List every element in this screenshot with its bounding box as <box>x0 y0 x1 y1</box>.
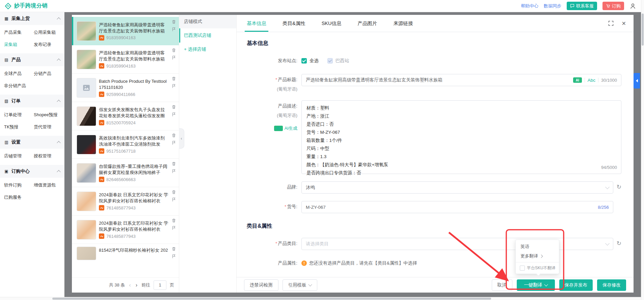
brand-select[interactable]: 沐鸣 <box>301 181 613 194</box>
supplier-1688-icon <box>99 92 104 97</box>
tab-source-link[interactable]: 来源链接 <box>394 15 413 32</box>
flag-icon[interactable] <box>171 197 176 202</box>
sidebar-item-shopee-forecast[interactable]: Shopee预报 <box>34 109 64 121</box>
menu-item-more-translate[interactable]: 更多翻译 <box>516 251 559 261</box>
required-asterisk: * <box>275 77 277 82</box>
delete-icon[interactable] <box>171 247 176 251</box>
select-store-button[interactable]: + 选择店铺 <box>179 43 236 56</box>
title-char-counter: 30/1000 <box>601 78 617 83</box>
cancel-button[interactable]: 取消 <box>492 279 512 291</box>
refresh-category-icon[interactable]: ↻ <box>617 238 621 249</box>
delete-icon[interactable] <box>171 76 176 81</box>
flag-icon[interactable] <box>171 112 176 117</box>
horizontal-scrollbar[interactable] <box>0 297 641 300</box>
next-page-button[interactable]: › <box>135 282 138 288</box>
ai-generate-button[interactable]: AI AI生成 <box>247 123 297 134</box>
delete-icon[interactable] <box>171 20 176 24</box>
page-number-input[interactable]: 1 <box>154 280 166 290</box>
delete-icon[interactable] <box>171 133 176 138</box>
delete-icon[interactable] <box>171 190 176 195</box>
refresh-brand-icon[interactable]: ↻ <box>617 181 621 193</box>
brazil-site-checkbox[interactable] <box>327 58 333 64</box>
sidebar-item-order-processing[interactable]: 订单处理 <box>4 109 34 121</box>
collapse-product-list-handle[interactable]: ‹ <box>179 128 184 149</box>
sidebar-item-global-products[interactable]: 全球产品 <box>4 68 34 80</box>
sku-no-translate-checkbox[interactable] <box>520 266 525 271</box>
forbidden-word-check-button[interactable]: 违禁词检测 <box>244 279 278 291</box>
delete-icon[interactable] <box>171 105 176 109</box>
select-all-checkbox[interactable] <box>301 58 307 64</box>
product-desc-textarea[interactable]: 材质：塑料 产地：浙江 是否进口：否 货号：M-ZY-067 箱装数量：1个/件… <box>301 100 621 174</box>
flag-icon[interactable] <box>171 226 176 230</box>
product-card[interactable]: 81542洋气印花棉纱长袖衬衫女 202 <box>72 244 179 272</box>
product-card[interactable]: 自留爆款推荐~重工撞色绣花格子阔腿裤女夏宽松显瘦休闲拖地裤子 826465606… <box>72 159 179 187</box>
sidebar-item-distribution-products[interactable]: 分销产品 <box>34 68 64 80</box>
tab-sku-info[interactable]: SKU信息 <box>322 15 342 32</box>
one-click-translate-button[interactable]: 一键翻译 <box>517 279 555 291</box>
save-edit-button[interactable]: 保存修改 <box>597 279 626 291</box>
fullscreen-icon[interactable] <box>608 21 614 26</box>
tab-product-images[interactable]: 产品图片 <box>358 15 377 32</box>
sidebar-item-value-resource-pack[interactable]: 增值资源包 <box>34 179 64 191</box>
sidebar-item-product-collect[interactable]: 产品采集 <box>4 26 34 39</box>
sidebar-item-auth-management[interactable]: 授权管理 <box>34 150 64 162</box>
delete-icon[interactable] <box>171 48 176 53</box>
ai-badge-icon: AI <box>274 126 283 131</box>
sidebar-section-orders[interactable]: ▧ 订单 <box>0 95 64 107</box>
brazil-site-checkbox-row[interactable]: 巴西站 <box>327 55 349 67</box>
tab-category-attributes[interactable]: 类目&属性 <box>283 15 305 32</box>
help-center-link[interactable]: 帮助中心 <box>521 3 538 9</box>
scrollbar-thumb[interactable] <box>642 14 644 46</box>
sidebar-item-publish-record[interactable]: 发布记录 <box>34 39 64 51</box>
close-icon[interactable]: ✕ <box>622 20 626 27</box>
right-collapse-tab[interactable] <box>634 73 640 89</box>
select-all-checkbox-row[interactable]: 全选 <box>301 55 319 67</box>
flag-icon[interactable] <box>171 141 176 145</box>
flag-icon[interactable] <box>171 254 176 259</box>
sidebar-item-purchased-services[interactable]: 已购服务 <box>4 191 34 203</box>
product-title-input[interactable]: 严选轻奢鱼缸家用高级带盖透明客厅造景生态缸玄关装饰塑料水族箱 AI Abc 30… <box>301 74 621 86</box>
flag-icon[interactable] <box>171 84 176 89</box>
save-and-publish-button[interactable]: 保存并发布 <box>559 279 593 291</box>
product-card[interactable]: Batch Produce Product By Testtool 175110… <box>72 74 179 102</box>
use-template-button[interactable]: 引用模板 <box>283 279 317 291</box>
sku-no-translate-checkbox-row[interactable]: 平台SKU不翻译 <box>516 264 559 272</box>
tab-basic-info[interactable]: 基本信息 <box>247 15 266 32</box>
sidebar-item-collect-box[interactable]: 采集箱 <box>4 39 34 51</box>
delete-icon[interactable] <box>171 161 176 166</box>
delete-icon[interactable] <box>171 218 176 223</box>
sidebar-item-tk-forecast[interactable]: TK预报 <box>4 121 34 133</box>
flag-icon[interactable] <box>171 169 176 174</box>
sidebar-section-purchase-center[interactable]: ▣ 订购中心 <box>0 165 64 178</box>
user-avatar-icon[interactable] <box>629 3 636 9</box>
product-card[interactable]: 严选轻奢鱼缸家用高级带盖透明客厅造景生态缸玄关装饰塑料水族箱 918359904… <box>72 17 179 45</box>
prev-page-button[interactable]: ‹ <box>128 282 131 288</box>
item-code-input[interactable]: M-ZY-067 8/256 <box>301 201 613 213</box>
abc-case-button[interactable]: Abc <box>588 78 595 83</box>
store-tab-brazil-test[interactable]: 巴西测试店铺 <box>179 28 236 43</box>
sidebar-item-store-management[interactable]: 店铺管理 <box>4 150 34 162</box>
sidebar-item-non-distribution-products[interactable]: 非分销产品 <box>4 80 34 92</box>
product-card[interactable]: 2024新春款 日系文艺印花衬衫女 学院风萝莉女衬衫百搭长袖棉衬衣 761485… <box>72 187 179 216</box>
menu-item-english[interactable]: 英语 <box>516 242 559 251</box>
product-card[interactable]: 严选轻奢鱼缸家用高级带盖透明客厅造景生态缸玄关装饰塑料水族箱 918359904… <box>72 45 179 74</box>
flag-icon[interactable] <box>171 55 176 60</box>
sidebar-item-forwarder-management[interactable]: 货代管理 <box>34 121 64 133</box>
product-card[interactable]: 假发女抓夹发圈发包丸子头盘发拉花短卷发抓夹花苞头蓬松假发发圈 815200705… <box>72 102 179 130</box>
ai-badge-icon[interactable]: AI <box>573 77 582 83</box>
product-category-select[interactable]: 请选择类目 <box>301 238 613 250</box>
vertical-scrollbar[interactable] <box>641 0 644 300</box>
sidebar-section-product[interactable]: ▤ 产品 <box>0 53 64 66</box>
sidebar-item-public-collect-box[interactable]: 公用采集箱 <box>34 26 64 39</box>
sidebar-item-software-purchase[interactable]: 软件订购 <box>4 179 34 191</box>
data-sync-link[interactable]: 数据同步 <box>544 3 561 9</box>
order-button[interactable]: 订购 <box>602 2 624 10</box>
sidebar-section-collect[interactable]: ▦ 采集上货 <box>0 12 64 25</box>
product-card[interactable]: 高效脱漆剂去漆剂汽车多效除漆剂洗油漆不伤漆面工业清除剂批发 9517510677… <box>72 130 179 159</box>
sidebar-section-settings[interactable]: ▥ 设置 <box>0 136 64 149</box>
contact-support-button[interactable]: 联系客服 <box>567 2 597 10</box>
sidebar-section-title: 产品 <box>11 57 21 63</box>
scrollbar-thumb[interactable] <box>52 298 491 300</box>
product-card[interactable]: 2024新春款 日系文艺印花衬衫女 学院风萝莉女衬衫百搭长袖棉衬衣 761485… <box>72 216 179 244</box>
flag-icon[interactable] <box>171 27 176 32</box>
